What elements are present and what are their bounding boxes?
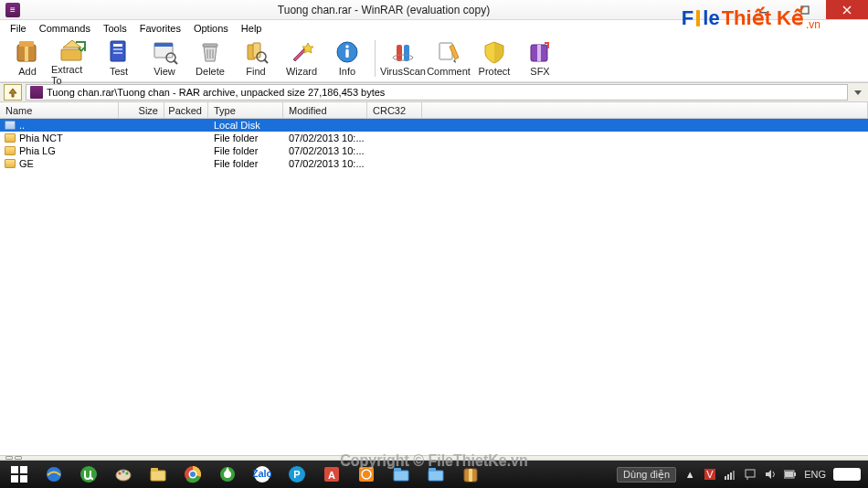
svg-rect-11: [154, 43, 173, 47]
menu-tools[interactable]: Tools: [97, 23, 133, 34]
menu-file[interactable]: File: [4, 23, 33, 34]
svg-rect-4: [19, 41, 34, 47]
svg-rect-32: [11, 466, 18, 473]
tray-clock-area[interactable]: [833, 468, 861, 481]
close-button[interactable]: [826, 0, 868, 19]
svg-rect-9: [113, 52, 122, 54]
tray-battery-icon[interactable]: [784, 468, 797, 481]
task-autocad[interactable]: A: [314, 461, 349, 488]
tray-volume-icon[interactable]: [764, 468, 777, 481]
address-dropdown[interactable]: [852, 89, 864, 96]
svg-rect-57: [394, 471, 408, 481]
protect-icon: [480, 38, 509, 66]
toolbar: Add Extract To Test View Delete Find Wiz…: [0, 37, 868, 82]
svg-text:V: V: [706, 469, 714, 480]
task-coccoc[interactable]: [210, 461, 245, 488]
window-title: Tuong chan.rar - WinRAR (evaluation copy…: [26, 4, 742, 16]
svg-point-37: [80, 466, 97, 483]
tray-action-icon[interactable]: [744, 468, 757, 481]
svg-rect-34: [11, 475, 18, 483]
wizard-button[interactable]: Wizard: [280, 38, 323, 80]
tray-app-red[interactable]: V: [704, 468, 716, 481]
task-paint[interactable]: [106, 461, 141, 488]
address-path: Tuong chan.rar\Tuong chan - RAR archive,…: [47, 87, 385, 98]
task-utorrent[interactable]: [71, 461, 106, 488]
task-winrar[interactable]: [453, 461, 488, 488]
find-icon: [241, 38, 270, 66]
delete-icon: [196, 38, 225, 66]
task-zalo[interactable]: Zalo: [245, 461, 280, 488]
task-explorer[interactable]: [141, 461, 175, 488]
svg-rect-71: [794, 472, 796, 476]
find-button[interactable]: Find: [234, 38, 278, 80]
sfx-button[interactable]: SFX: [518, 38, 562, 80]
list-row[interactable]: Phia NCTFile folder07/02/2013 10:...: [0, 132, 868, 144]
maximize-button[interactable]: [784, 0, 826, 19]
tray-network-icon[interactable]: [724, 468, 736, 481]
task-chrome[interactable]: [175, 461, 210, 488]
col-size[interactable]: Size: [119, 102, 164, 118]
list-row[interactable]: Phia LGFile folder07/02/2013 10:...: [0, 144, 868, 157]
svg-rect-60: [429, 468, 436, 472]
svg-line-21: [264, 59, 268, 63]
menu-commands[interactable]: Commands: [33, 23, 97, 34]
svg-rect-42: [151, 471, 165, 481]
view-button[interactable]: View: [143, 38, 186, 80]
svg-rect-3: [25, 45, 28, 61]
col-packed[interactable]: Packed: [164, 102, 208, 118]
folder-icon: [4, 145, 16, 156]
file-list[interactable]: ..Local DiskPhia NCTFile folder07/02/201…: [0, 119, 868, 455]
tray-power-badge[interactable]: Dùng điện: [617, 467, 676, 483]
address-field[interactable]: Tuong chan.rar\Tuong chan - RAR archive,…: [26, 84, 848, 101]
menu-options[interactable]: Options: [187, 23, 235, 34]
extract-button[interactable]: Extract To: [51, 38, 95, 80]
comment-button[interactable]: Comment: [427, 38, 471, 80]
add-label: Add: [18, 66, 37, 77]
list-row[interactable]: ..Local Disk: [0, 119, 868, 132]
col-type[interactable]: Type: [208, 102, 283, 118]
folder-icon: [4, 133, 16, 143]
protect-button[interactable]: Protect: [472, 38, 516, 80]
svg-rect-62: [469, 469, 472, 482]
svg-rect-72: [785, 472, 793, 477]
svg-rect-68: [733, 471, 735, 480]
svg-rect-69: [746, 470, 755, 477]
col-modified[interactable]: Modified: [283, 102, 367, 118]
svg-rect-25: [345, 49, 348, 58]
cell-modified: 07/02/2013 10:...: [283, 145, 367, 156]
delete-button[interactable]: Delete: [188, 38, 232, 80]
col-name[interactable]: Name: [0, 102, 119, 118]
info-button[interactable]: Info: [325, 38, 369, 80]
task-ie[interactable]: [37, 461, 71, 488]
tray-show-hidden[interactable]: ▲: [683, 468, 696, 481]
wizard-label: Wizard: [286, 66, 317, 77]
col-crc[interactable]: CRC32: [367, 102, 422, 118]
tray-lang[interactable]: ENG: [804, 469, 826, 480]
menu-help[interactable]: Help: [235, 23, 269, 34]
svg-rect-7: [113, 44, 122, 47]
svg-text:Zalo: Zalo: [253, 468, 271, 479]
cell-name: ..: [19, 120, 119, 131]
find-label: Find: [246, 66, 265, 77]
col-spacer: [422, 102, 868, 118]
up-button[interactable]: [4, 84, 22, 101]
svg-rect-66: [727, 474, 729, 480]
list-row[interactable]: GEFile folder07/02/2013 10:...: [0, 157, 868, 170]
virusscan-button[interactable]: VirusScan: [381, 38, 425, 80]
task-app-blue[interactable]: P: [280, 461, 314, 488]
task-explorer-2[interactable]: [384, 461, 418, 488]
add-button[interactable]: Add: [5, 38, 49, 80]
task-explorer-3[interactable]: [418, 461, 453, 488]
menubar: File Commands Tools Favorites Options He…: [0, 20, 868, 37]
svg-rect-27: [404, 45, 409, 61]
info-icon: [333, 38, 362, 66]
virus-label: VirusScan: [380, 66, 426, 77]
svg-rect-26: [397, 45, 402, 61]
cell-modified: 07/02/2013 10:...: [283, 133, 367, 143]
minimize-button[interactable]: [742, 0, 784, 19]
task-foxit[interactable]: [349, 461, 384, 488]
menu-favorites[interactable]: Favorites: [133, 23, 187, 34]
start-button[interactable]: [2, 461, 37, 488]
test-button[interactable]: Test: [97, 38, 141, 80]
test-icon: [104, 38, 133, 66]
